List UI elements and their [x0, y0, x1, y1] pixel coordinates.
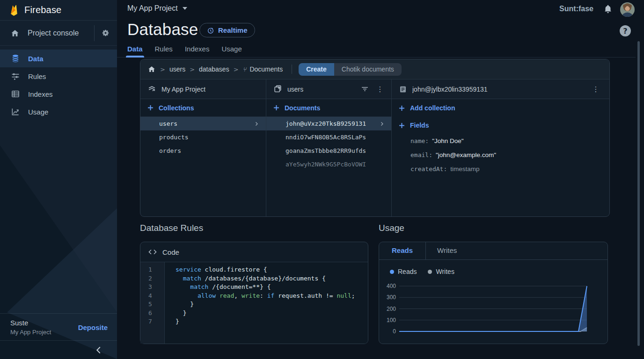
- page-scrollbar[interactable]: [637, 41, 640, 346]
- plan-name: Suste: [10, 319, 51, 327]
- field-email[interactable]: email: "john@example.com": [392, 148, 609, 162]
- sidebar-nav: Data Rules: [0, 46, 117, 121]
- plan-project: My App Project: [10, 329, 51, 336]
- page-title: Database: [127, 20, 198, 39]
- gear-icon[interactable]: [101, 28, 110, 38]
- plan-upgrade-link[interactable]: Deposite: [78, 323, 108, 331]
- code-card-header: Code: [140, 242, 368, 262]
- document-item-1[interactable]: nndiO7wFN8OB5Ac8RSLaPs: [266, 130, 391, 144]
- avatar[interactable]: [620, 2, 635, 17]
- legend-reads: Reads: [390, 268, 417, 275]
- collection-item-orders[interactable]: orders: [140, 144, 266, 158]
- sidebar-item-label: Data: [28, 55, 44, 63]
- breadcrumb-databases[interactable]: databases: [199, 65, 229, 73]
- collection-item-products[interactable]: products: [140, 130, 266, 144]
- kebab-menu-icon[interactable]: ⋮: [592, 85, 600, 93]
- plus-icon: [147, 105, 154, 111]
- project-selector-label: My App Project: [127, 4, 178, 13]
- plus-icon: [273, 105, 279, 111]
- breadcrumb-separator: >: [234, 66, 239, 73]
- collection-item-users[interactable]: users: [140, 117, 266, 130]
- collection-column-title: users: [287, 86, 303, 93]
- realtime-label: Realtime: [218, 26, 248, 34]
- breadcrumb-users[interactable]: users: [169, 65, 185, 73]
- breadcrumb: > users > databases > ⑂ Documents Create…: [140, 59, 609, 79]
- svg-text:0: 0: [393, 328, 396, 335]
- tab-usage[interactable]: Usage: [221, 43, 242, 57]
- plus-icon: [399, 105, 405, 111]
- code-icon: [148, 249, 157, 255]
- firebase-logo-row[interactable]: Firebase: [0, 0, 117, 21]
- sidebar-item-indexes[interactable]: Indexes: [0, 85, 117, 103]
- plus-icon: [399, 122, 405, 129]
- field-createdAt[interactable]: createdAt: timestamp: [392, 162, 609, 176]
- document-detail-column: john@jylbx20lin33959131 ⋮ Add collection: [392, 79, 609, 217]
- add-field-action[interactable]: Fields: [392, 117, 609, 134]
- create-button[interactable]: Create: [299, 63, 334, 76]
- realtime-badge[interactable]: Realtime: [199, 23, 255, 37]
- home-icon[interactable]: [147, 65, 156, 73]
- document-item-3[interactable]: aYe5wyh2NWk9G5PcBoVOWI: [266, 158, 391, 171]
- collection-icon: [273, 85, 282, 93]
- database-icon: [11, 54, 20, 63]
- add-document-action[interactable]: Documents: [266, 99, 391, 117]
- usage-tab-reads[interactable]: Reads: [379, 242, 426, 259]
- clock-icon: [207, 27, 214, 34]
- sidebar-item-rules[interactable]: Rules: [0, 67, 117, 85]
- branch-icon: ⑂: [243, 66, 247, 73]
- page-tabs: Data Rules Indexes Usage: [117, 43, 636, 57]
- project-selector[interactable]: My App Project: [127, 4, 187, 13]
- breadcrumb-separator: >: [160, 66, 165, 73]
- svg-text:100: 100: [387, 317, 396, 323]
- firestore-panel: > users > databases > ⑂ Documents Create…: [140, 59, 610, 217]
- line-numbers: 1234567: [140, 262, 165, 344]
- svg-text:400: 400: [387, 283, 396, 289]
- tune-icon: [11, 72, 20, 81]
- usage-tabs: Reads Writes: [379, 242, 607, 260]
- legend-reads-dot: [390, 270, 394, 274]
- firebase-flame-icon: [9, 4, 18, 16]
- documents-segmented-control: Create Chotik documents: [299, 63, 402, 76]
- usage-card: Reads Writes Reads Writes 0100200300400: [379, 242, 608, 344]
- account-name: Sunt:fase: [559, 5, 593, 13]
- sidebar-item-label: Rules: [28, 72, 46, 80]
- document-item-0[interactable]: john@uVxz20TksB9259131: [266, 117, 391, 130]
- document-icon: [399, 85, 407, 93]
- notifications-bell-icon[interactable]: [603, 3, 613, 14]
- sidebar-item-usage[interactable]: Usage: [0, 103, 117, 121]
- project-column-title: My App Project: [161, 86, 205, 93]
- project-console-label: Project console: [28, 29, 94, 37]
- documents-column: users ⋮ Documents: [266, 79, 392, 217]
- document-column-header: john@jylbx20lin33959131 ⋮: [392, 79, 609, 99]
- main-area: My App Project Sunt:fase ? Database: [117, 0, 644, 359]
- collection-column-header: users ⋮: [266, 79, 391, 99]
- sidebar-item-data[interactable]: Data: [0, 50, 117, 67]
- tab-data[interactable]: Data: [127, 43, 143, 57]
- field-name[interactable]: name: "John Doe": [392, 134, 609, 148]
- breadcrumb-documents[interactable]: Documents: [249, 65, 283, 73]
- usage-chart: 0100200300400: [379, 279, 607, 344]
- check-documents-button[interactable]: Chotik documents: [334, 63, 402, 76]
- document-item-2[interactable]: goanaZmsTbbbe82RR9ufds: [266, 144, 391, 158]
- add-collection-action[interactable]: Add collection: [392, 99, 609, 117]
- firestore-icon: [147, 85, 156, 93]
- add-collection-action[interactable]: Collections: [140, 99, 266, 117]
- filter-icon[interactable]: [361, 86, 369, 93]
- usage-tab-writes[interactable]: Writes: [426, 242, 468, 259]
- svg-text:300: 300: [387, 294, 396, 301]
- kebab-menu-icon[interactable]: ⋮: [376, 85, 384, 93]
- code-editor[interactable]: 1234567 service cloud.firestore { match …: [140, 262, 368, 344]
- breadcrumb-separator: >: [190, 66, 195, 73]
- tab-rules[interactable]: Rules: [155, 43, 173, 57]
- project-console-row[interactable]: Project console: [0, 21, 117, 46]
- collapse-sidebar-icon[interactable]: [94, 345, 104, 355]
- collections-column: My App Project Collections users: [140, 79, 266, 217]
- console-divider: [94, 25, 95, 41]
- chart-line-icon: [11, 107, 20, 116]
- firebase-console-screen: Firebase Project console: [0, 0, 644, 359]
- list-icon: [11, 89, 20, 99]
- plan-box: Suste My App Project Deposite: [0, 313, 117, 359]
- tab-indexes[interactable]: Indexes: [185, 43, 210, 57]
- help-icon[interactable]: ?: [620, 25, 631, 36]
- legend-writes-dot: [428, 270, 432, 274]
